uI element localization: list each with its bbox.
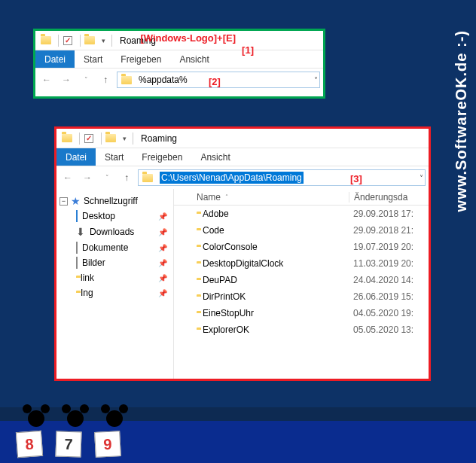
table-row[interactable]: DirPrintOK26.06.2019 15: [174, 288, 429, 305]
pin-icon: 📌 [158, 228, 167, 236]
file-date: 29.09.2018 21: [349, 225, 429, 236]
qat-dropdown-icon[interactable]: ▾ [123, 135, 127, 142]
file-date: 19.07.2019 20: [349, 242, 429, 252]
watermark-text: www.SoftwareOK.de :-) [453, 30, 470, 212]
address-text: C:\Users\Nenad\AppData\Roaming [160, 172, 304, 184]
tree-item[interactable]: Bilder📌 [60, 255, 170, 270]
tree-item[interactable]: ⬇Downloads📌 [60, 224, 170, 240]
folder-icon [61, 133, 73, 145]
titlebar: ✓ ▾ Roaming [56, 129, 429, 148]
file-list: Name˄ Änderungsda Adobe29.09.2018 17:Cod… [174, 189, 429, 379]
nav-back-icon[interactable]: ← [60, 169, 76, 186]
nav-back-icon[interactable]: ← [38, 72, 55, 88]
tree-label: Schnellzugriff [84, 196, 138, 206]
decorative-scene: 8 7 9 [0, 380, 476, 463]
list-header: Name˄ Änderungsda [174, 189, 429, 206]
annotation-marker-1: [1] [242, 44, 254, 56]
column-name[interactable]: Name˄ [174, 192, 349, 203]
address-dropdown-icon[interactable]: ˅ [314, 76, 318, 84]
annotation-marker-2: [2] [209, 76, 221, 87]
tree-item-label: Desktop [82, 211, 115, 221]
separator [80, 35, 81, 47]
tab-datei[interactable]: Datei [35, 50, 75, 68]
file-date: 24.04.2020 14: [349, 275, 429, 285]
tree-quickaccess[interactable]: − ★ Schnellzugriff [60, 193, 170, 209]
nav-up-icon[interactable]: ↑ [97, 72, 114, 88]
tree-item[interactable]: link📌 [60, 270, 170, 285]
folder-icon [121, 74, 133, 86]
column-date[interactable]: Änderungsda [349, 192, 429, 203]
nav-toolbar: ← → ˅ ↑ %appdata% ˅ [35, 69, 323, 91]
nav-history-dropdown-icon[interactable]: ˅ [99, 169, 115, 186]
desktop-icon [76, 211, 78, 221]
sort-asc-icon: ˄ [225, 193, 228, 200]
table-row[interactable]: DeuPAD24.04.2020 14: [174, 272, 429, 288]
collapse-icon[interactable]: − [60, 197, 68, 206]
table-row[interactable]: DesktopDigitalClock11.03.2019 20: [174, 255, 429, 272]
folder-icon [40, 35, 52, 47]
file-name: DirPrintOK [203, 291, 246, 302]
check-icon: ✓ [83, 133, 95, 145]
tree-item[interactable]: Ing📌 [60, 285, 170, 300]
table-row[interactable]: ColorConsole19.07.2019 20: [174, 239, 429, 255]
file-date: 04.05.2020 19: [349, 308, 429, 318]
table-row[interactable]: Adobe29.09.2018 17: [174, 206, 429, 222]
tree-item-label: link [81, 273, 94, 283]
separator [111, 35, 112, 47]
address-dropdown-icon[interactable]: ˅ [420, 174, 423, 182]
tree-item-label: Ing [81, 288, 93, 298]
check-icon: ✓ [62, 35, 74, 47]
nav-history-dropdown-icon[interactable]: ˅ [78, 72, 94, 88]
file-date: 29.09.2018 17: [349, 209, 429, 219]
table-row[interactable]: Code29.09.2018 21: [174, 222, 429, 239]
tab-ansicht[interactable]: Ansicht [170, 50, 218, 68]
pin-icon: 📌 [158, 259, 167, 267]
dl-icon: ⬇ [76, 226, 85, 238]
file-date: 26.06.2019 15: [349, 291, 429, 302]
address-bar[interactable]: C:\Users\Nenad\AppData\Roaming ˅ [138, 169, 426, 186]
qat-dropdown-icon[interactable]: ▾ [102, 37, 105, 44]
tree-item[interactable]: Desktop📌 [60, 209, 170, 224]
nav-up-icon[interactable]: ↑ [118, 169, 135, 186]
tab-freigeben[interactable]: Freigeben [133, 148, 191, 166]
file-name: ColorConsole [203, 242, 258, 252]
score-card: 7 [55, 431, 81, 457]
nav-forward-icon[interactable]: → [58, 72, 75, 88]
score-card: 8 [16, 431, 43, 458]
address-text: %appdata% [139, 75, 316, 85]
tab-start[interactable]: Start [75, 50, 111, 68]
folder-icon [84, 35, 96, 47]
explorer-window-2: ✓ ▾ Roaming Datei Start Freigeben Ansich… [54, 126, 431, 381]
table-row[interactable]: EineStopUhr04.05.2020 19: [174, 305, 429, 321]
ribbon-tabs: Datei Start Freigeben Ansicht [56, 148, 429, 166]
pin-icon: 📌 [158, 212, 167, 221]
doc-icon [76, 242, 78, 253]
tab-start[interactable]: Start [96, 148, 133, 166]
file-name: Adobe [203, 209, 229, 219]
folder-icon [105, 133, 117, 145]
annotation-shortcut: [Windows-Logo]+[E] [140, 32, 236, 44]
tree-item-label: Downloads [90, 227, 134, 237]
nav-forward-icon[interactable]: → [79, 169, 96, 186]
pin-icon: 📌 [158, 244, 167, 252]
nav-toolbar: ← → ˅ ↑ C:\Users\Nenad\AppData\Roaming ˅ [56, 166, 429, 189]
file-date: 11.03.2019 20: [349, 258, 429, 269]
explorer-window-1: ✓ ▾ Roaming Datei Start Freigeben Ansich… [33, 29, 325, 99]
file-name: DeuPAD [203, 275, 237, 285]
file-date: 05.05.2020 13: [349, 324, 429, 335]
folder-icon [142, 172, 154, 184]
tab-datei[interactable]: Datei [56, 148, 96, 166]
separator [58, 35, 59, 47]
tab-ansicht[interactable]: Ansicht [191, 148, 239, 166]
tab-freigeben[interactable]: Freigeben [111, 50, 170, 68]
tree-item-label: Bilder [82, 257, 105, 268]
tree-item[interactable]: Dokumente📌 [60, 240, 170, 255]
file-name: ExplorerOK [203, 324, 249, 335]
tree-item-label: Dokumente [82, 242, 128, 253]
file-name: EineStopUhr [203, 308, 254, 318]
score-card: 9 [94, 431, 121, 458]
navigation-tree: − ★ Schnellzugriff Desktop📌⬇Downloads📌Do… [56, 189, 174, 379]
pin-icon: 📌 [158, 274, 167, 282]
file-name: DesktopDigitalClock [203, 258, 283, 269]
table-row[interactable]: ExplorerOK05.05.2020 13: [174, 321, 429, 338]
